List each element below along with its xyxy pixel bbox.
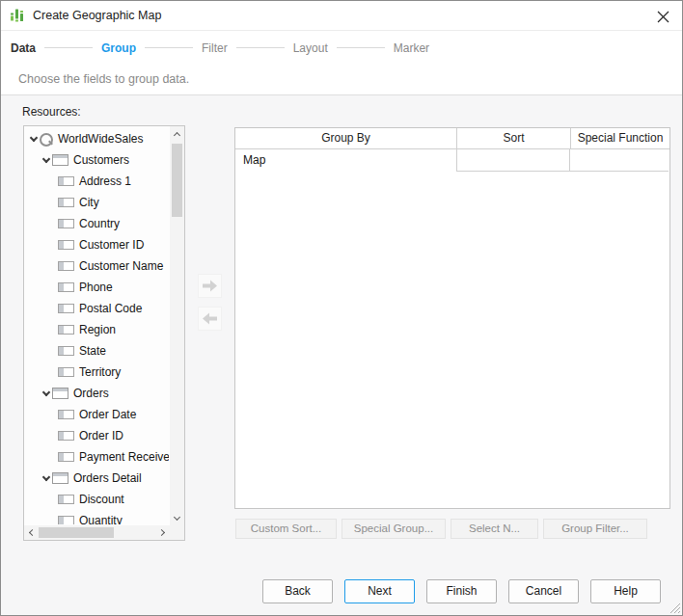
create-geographic-map-dialog: Create Geographic Map DataGroupFilterLay… <box>0 0 683 616</box>
wizard-step-marker[interactable]: Marker <box>394 41 429 55</box>
finish-button[interactable]: Finish <box>426 579 497 603</box>
tree-item-worldwidesales[interactable]: WorldWideSales <box>24 128 169 149</box>
tree-item-label: Customer Name <box>79 259 163 273</box>
field-icon <box>58 282 74 292</box>
wizard-step-filter[interactable]: Filter <box>202 41 228 55</box>
group-by-cell[interactable]: Map <box>235 149 457 172</box>
field-icon <box>58 198 74 207</box>
tree-item-label: Order ID <box>79 429 123 442</box>
close-button[interactable] <box>654 8 671 25</box>
field-icon <box>58 495 74 504</box>
cancel-button[interactable]: Cancel <box>508 579 579 603</box>
step-connector <box>337 47 385 48</box>
tree-item-label: City <box>79 196 99 209</box>
tree-item-customer-id[interactable]: Customer ID <box>24 234 169 255</box>
arrow-left-icon <box>202 311 218 326</box>
step-connector <box>44 47 93 48</box>
chevron-down-icon[interactable] <box>40 392 52 395</box>
tree-item-city[interactable]: City <box>24 192 169 213</box>
group-table-header: Group BySortSpecial Function <box>235 128 669 149</box>
tree-item-discount[interactable]: Discount <box>24 489 169 510</box>
tree-horizontal-scrollbar[interactable] <box>24 525 170 540</box>
arrow-right-icon <box>202 279 218 293</box>
move-left-button[interactable] <box>198 307 222 331</box>
chevron-down-icon[interactable] <box>27 138 40 141</box>
tree-item-region[interactable]: Region <box>24 319 169 340</box>
resources-tree-panel: WorldWideSalesCustomersAddress 1CityCoun… <box>23 125 185 541</box>
field-icon <box>58 261 74 271</box>
wizard-step-group[interactable]: Group <box>101 41 136 55</box>
tree-item-label: Customer ID <box>79 238 144 252</box>
field-icon <box>58 346 74 356</box>
resize-grip[interactable] <box>668 601 681 614</box>
tree-item-label: Orders Detail <box>73 471 142 485</box>
tree-item-label: Payment Received <box>79 450 169 464</box>
horizontal-scroll-thumb[interactable] <box>39 527 114 538</box>
tree-item-state[interactable]: State <box>24 340 169 362</box>
vertical-scroll-thumb[interactable] <box>172 144 182 217</box>
help-button[interactable]: Help <box>590 579 661 603</box>
field-icon <box>58 176 74 186</box>
tree-item-orders-detail[interactable]: Orders Detail <box>24 468 169 489</box>
move-right-button[interactable] <box>198 274 222 298</box>
wizard-step-data[interactable]: Data <box>11 41 36 55</box>
scroll-left-button[interactable] <box>24 525 38 540</box>
tree-item-payment-received[interactable]: Payment Received <box>24 446 169 468</box>
special-group-button[interactable]: Special Group... <box>342 519 446 539</box>
table-icon <box>52 154 68 166</box>
field-icon <box>58 431 74 441</box>
tree-item-phone[interactable]: Phone <box>24 277 169 298</box>
tree-item-address-1[interactable]: Address 1 <box>24 171 169 192</box>
special-function-cell[interactable] <box>569 149 669 172</box>
group-table-body: Map <box>235 149 669 172</box>
scrollbar-corner <box>170 525 184 540</box>
next-button[interactable]: Next <box>344 579 415 603</box>
chevron-down-icon[interactable] <box>40 477 52 480</box>
tree-item-customer-name[interactable]: Customer Name <box>24 255 169 277</box>
column-header-special-function: Special Function <box>571 128 669 149</box>
tree-item-customers[interactable]: Customers <box>24 149 169 171</box>
back-button[interactable]: Back <box>262 579 333 603</box>
field-icon <box>58 219 74 228</box>
group-table-row: Map <box>235 149 669 172</box>
tree-item-orders[interactable]: Orders <box>24 383 169 404</box>
tree-item-quantity[interactable]: Quantity <box>24 510 169 524</box>
custom-sort-button[interactable]: Custom Sort... <box>235 519 337 539</box>
scroll-right-button[interactable] <box>156 525 170 540</box>
tree-item-order-id[interactable]: Order ID <box>24 425 169 446</box>
group-filter-button[interactable]: Group Filter... <box>543 519 647 539</box>
tree-item-label: Discount <box>79 493 124 506</box>
tree-item-label: Quantity <box>79 514 123 524</box>
tree-item-postal-code[interactable]: Postal Code <box>24 298 169 319</box>
sort-cell[interactable] <box>456 149 570 172</box>
field-icon <box>58 410 74 419</box>
close-icon <box>657 11 669 23</box>
field-icon <box>58 516 74 524</box>
group-table: Group BySortSpecial Function Map <box>234 127 670 509</box>
tree-item-label: Orders <box>73 387 109 400</box>
tree-item-label: Postal Code <box>79 302 142 315</box>
scroll-up-button[interactable] <box>170 126 184 141</box>
tree-item-country[interactable]: Country <box>24 213 169 234</box>
wizard-steps: DataGroupFilterLayoutMarker <box>1 32 682 64</box>
window-title: Create Geographic Map <box>33 9 161 22</box>
table-icon <box>52 472 68 484</box>
select-n-button[interactable]: Select N... <box>451 519 538 539</box>
tree-item-order-date[interactable]: Order Date <box>24 404 169 425</box>
tree-vertical-scrollbar[interactable] <box>170 126 184 525</box>
chevron-down-icon[interactable] <box>40 159 52 162</box>
tree-item-label: Phone <box>79 281 113 294</box>
chevron-left-icon <box>29 529 36 536</box>
tree-item-label: Order Date <box>79 408 136 421</box>
wizard-step-layout[interactable]: Layout <box>293 41 328 55</box>
tree-item-territory[interactable]: Territory <box>24 362 169 383</box>
chevron-down-icon <box>174 514 180 521</box>
column-header-sort: Sort <box>457 128 571 149</box>
tree-item-label: Address 1 <box>79 174 131 188</box>
resources-label: Resources: <box>22 105 81 119</box>
chevron-glyph <box>29 133 37 141</box>
scroll-down-button[interactable] <box>170 511 184 525</box>
step-connector <box>145 47 193 48</box>
table-icon <box>52 388 68 399</box>
column-header-group-by: Group By <box>235 128 457 149</box>
